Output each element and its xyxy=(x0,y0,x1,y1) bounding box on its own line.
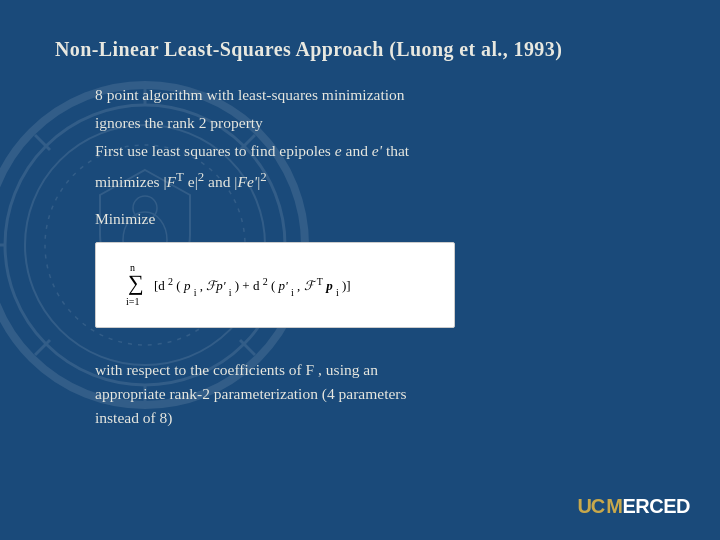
uc-merced-logo: UC MERCED xyxy=(577,495,690,518)
body-line-3: First use least squares to find epipoles… xyxy=(95,139,665,163)
slide-background: Non-Linear Least-Squares Approach (Luong… xyxy=(0,0,720,540)
body-line-1: 8 point algorithm with least-squares min… xyxy=(95,83,665,107)
slide-content: Non-Linear Least-Squares Approach (Luong… xyxy=(0,0,720,460)
body-line-4: minimizes |FT e|2 and |Fe'|2 xyxy=(95,167,665,194)
minimize-label: Minimize xyxy=(55,210,665,228)
slide-title: Non-Linear Least-Squares Approach (Luong… xyxy=(55,38,665,61)
bottom-line-2: appropriate rank-2 parameterization (4 p… xyxy=(95,382,665,406)
body-line-2: ignores the rank 2 property xyxy=(95,111,665,135)
uc-text: UC xyxy=(577,495,604,518)
bottom-text: with respect to the coefficients of F , … xyxy=(55,358,665,430)
bottom-line-3: instead of 8) xyxy=(95,406,665,430)
bottom-line-1: with respect to the coefficients of F , … xyxy=(95,358,665,382)
merced-text: MERCED xyxy=(606,495,690,518)
formula-box: ∑ i=1 n [d 2 ( p i , ℱp' i ) + d 2 ( xyxy=(95,242,455,328)
svg-text:∑
          
          i=1
   : ∑ i=1 n [d 2 ( p i , ℱp' i ) + d 2 ( xyxy=(126,259,351,308)
